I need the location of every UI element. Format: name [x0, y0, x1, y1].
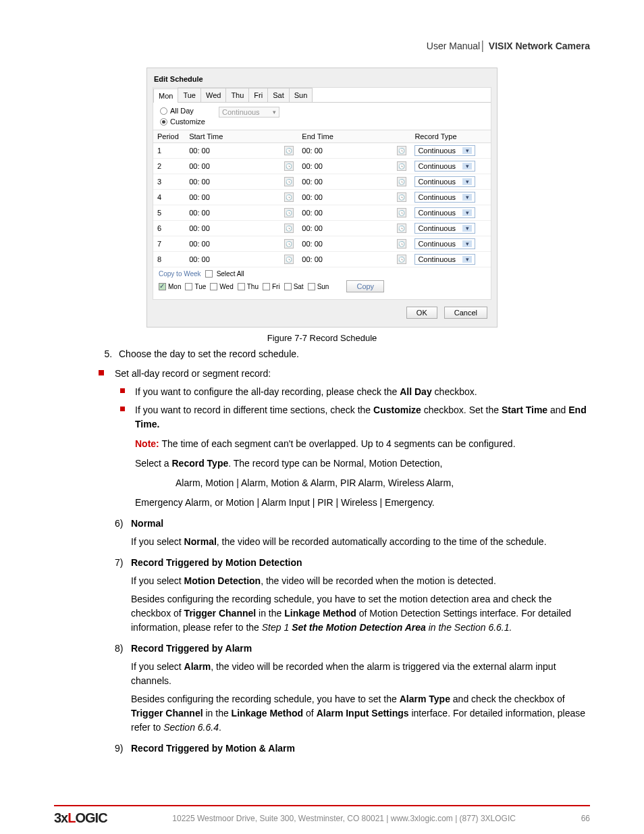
tab-fri[interactable]: Fri [248, 88, 268, 102]
start-time-value[interactable]: 00: 00 [189, 193, 210, 201]
clock-icon[interactable]: 🕓 [397, 224, 406, 233]
record-types-line2: Alarm, Motion | Alarm, Motion & Alarm, P… [176, 476, 590, 490]
record-type-select[interactable]: Continuous▾ [414, 207, 475, 218]
copy-day-sun[interactable]: Sun [308, 283, 329, 290]
clock-icon[interactable]: 🕓 [284, 224, 294, 233]
set-all-day-line: Set all-day record or segment record: If… [115, 367, 590, 510]
tab-mon[interactable]: Mon [153, 88, 178, 103]
table-row: 400: 00🕓00: 00🕓Continuous▾ [153, 190, 491, 205]
step-9: 9)Record Triggered by Motion & Alarm [115, 741, 590, 756]
clock-icon[interactable]: 🕓 [397, 255, 406, 264]
period-cell: 5 [153, 205, 185, 221]
copy-day-label: Fri [272, 283, 280, 290]
copy-day-label: Thu [247, 283, 259, 290]
page-footer: 3xLOGIC 10225 Westmoor Drive, Suite 300,… [54, 805, 590, 826]
copy-day-thu[interactable]: Thu [238, 283, 259, 290]
chevron-down-icon: ▾ [273, 109, 276, 115]
table-row: 100: 00🕓00: 00🕓Continuous▾ [153, 143, 491, 159]
col-type: Record Type [410, 130, 491, 143]
record-type-select[interactable]: Continuous▾ [414, 145, 475, 156]
start-time-value[interactable]: 00: 00 [189, 240, 210, 248]
chevron-down-icon: ▾ [462, 194, 472, 201]
record-type-select[interactable]: Continuous▾ [414, 254, 475, 265]
clock-icon[interactable]: 🕓 [397, 146, 406, 155]
col-start: Start Time [185, 130, 298, 143]
start-time-value[interactable]: 00: 00 [189, 209, 210, 217]
end-time-value[interactable]: 00: 00 [302, 193, 323, 201]
step-5: Choose the day to set the record schedul… [115, 347, 590, 361]
checkbox-icon [159, 283, 166, 290]
table-row: 700: 00🕓00: 00🕓Continuous▾ [153, 236, 491, 252]
preset-select: Continuous ▾ [219, 107, 279, 118]
dialog-title: Edit Schedule [147, 74, 497, 87]
bullet-customize: If you want to record in different time … [135, 403, 590, 510]
select-all-label: Select All [217, 270, 244, 278]
start-time-value[interactable]: 00: 00 [189, 147, 210, 155]
end-time-value[interactable]: 00: 00 [302, 255, 323, 263]
edit-schedule-dialog: Edit Schedule MonTueWedThuFriSatSun All … [146, 68, 498, 328]
end-time-value[interactable]: 00: 00 [302, 209, 323, 217]
clock-icon[interactable]: 🕓 [397, 177, 406, 186]
start-time-value[interactable]: 00: 00 [189, 224, 210, 232]
copy-day-sat[interactable]: Sat [284, 283, 304, 290]
end-time-value[interactable]: 00: 00 [302, 240, 323, 248]
clock-icon[interactable]: 🕓 [284, 161, 294, 171]
chevron-down-icon: ▾ [462, 209, 472, 216]
ok-button[interactable]: OK [406, 307, 437, 319]
day-tabs: MonTueWedThuFriSatSun [153, 88, 491, 103]
step-7: 7)Record Triggered by Motion Detection I… [115, 556, 590, 635]
clock-icon[interactable]: 🕓 [284, 239, 294, 249]
checkbox-icon [185, 283, 192, 290]
radio-customize[interactable]: Customize [160, 118, 205, 126]
chevron-down-icon: ▾ [462, 163, 472, 170]
start-time-value[interactable]: 00: 00 [189, 178, 210, 186]
checkbox-icon [284, 283, 292, 290]
radio-all-day[interactable]: All Day [160, 107, 205, 115]
step-6: 6)Normal If you select Normal, the video… [115, 517, 590, 549]
copy-to-week-label: Copy to Week [159, 270, 201, 278]
tab-thu[interactable]: Thu [225, 88, 249, 102]
copy-day-mon[interactable]: Mon [159, 283, 181, 290]
period-cell: 1 [153, 143, 185, 159]
clock-icon[interactable]: 🕓 [284, 192, 294, 202]
tab-wed[interactable]: Wed [200, 88, 226, 102]
record-type-select[interactable]: Continuous▾ [414, 223, 475, 234]
copy-day-label: Wed [219, 283, 233, 290]
cancel-button[interactable]: Cancel [444, 307, 487, 319]
clock-icon[interactable]: 🕓 [284, 177, 294, 186]
checkbox-icon [263, 283, 270, 290]
end-time-value[interactable]: 00: 00 [302, 178, 323, 186]
copy-day-label: Mon [168, 283, 181, 290]
table-row: 500: 00🕓00: 00🕓Continuous▾ [153, 205, 491, 221]
note-line: Note: The time of each segment can't be … [135, 437, 590, 451]
preset-select-value: Continuous [222, 108, 260, 116]
clock-icon[interactable]: 🕓 [284, 255, 294, 264]
record-type-select[interactable]: Continuous▾ [414, 176, 475, 187]
clock-icon[interactable]: 🕓 [397, 161, 406, 171]
record-type-select[interactable]: Continuous▾ [414, 161, 475, 172]
record-type-select[interactable]: Continuous▾ [414, 192, 475, 203]
tab-tue[interactable]: Tue [178, 88, 201, 102]
end-time-value[interactable]: 00: 00 [302, 224, 323, 232]
copy-day-fri[interactable]: Fri [263, 283, 280, 290]
tab-sat[interactable]: Sat [267, 88, 290, 102]
period-cell: 3 [153, 174, 185, 190]
clock-icon[interactable]: 🕓 [397, 208, 406, 217]
record-type-select[interactable]: Continuous▾ [414, 238, 475, 249]
tab-sun[interactable]: Sun [289, 88, 313, 102]
start-time-value[interactable]: 00: 00 [189, 162, 210, 170]
copy-button[interactable]: Copy [346, 280, 384, 292]
clock-icon[interactable]: 🕓 [284, 146, 294, 155]
start-time-value[interactable]: 00: 00 [189, 255, 210, 263]
select-all-checkbox[interactable] [205, 270, 213, 278]
schedule-table: Period Start Time End Time Record Type 1… [153, 130, 491, 267]
end-time-value[interactable]: 00: 00 [302, 147, 323, 155]
clock-icon[interactable]: 🕓 [397, 192, 406, 202]
clock-icon[interactable]: 🕓 [284, 208, 294, 217]
copy-day-tue[interactable]: Tue [185, 283, 206, 290]
end-time-value[interactable]: 00: 00 [302, 162, 323, 170]
clock-icon[interactable]: 🕓 [397, 239, 406, 249]
table-row: 800: 00🕓00: 00🕓Continuous▾ [153, 252, 491, 267]
period-cell: 8 [153, 252, 185, 267]
copy-day-wed[interactable]: Wed [210, 283, 233, 290]
